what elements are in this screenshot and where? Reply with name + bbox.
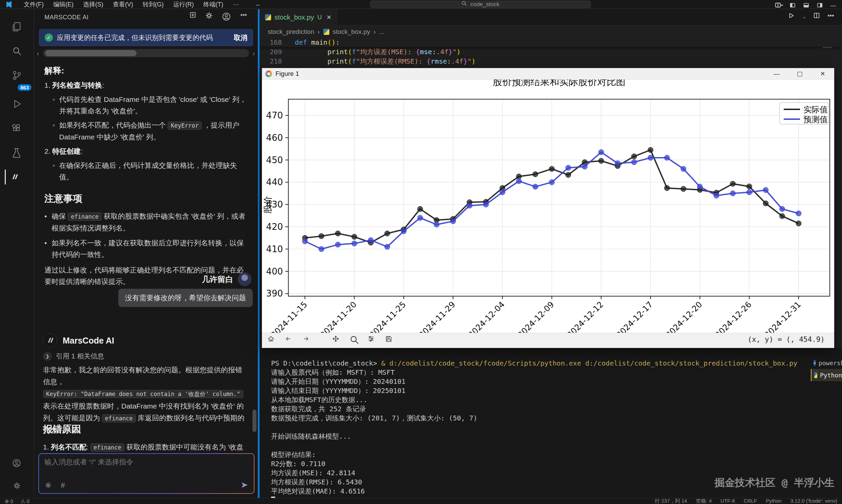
inline-code-chip: KeyError: "DataFrame does not contain a … (43, 390, 243, 398)
subplots-icon[interactable] (368, 336, 376, 346)
status-item[interactable]: 行 237，列 14 (655, 498, 687, 504)
terminal-tab-powersh[interactable]: >powersh (811, 357, 842, 369)
testing-icon[interactable] (10, 145, 24, 160)
search-icon (462, 1, 468, 8)
status-item[interactable]: Python (766, 498, 782, 504)
horizontal-scrollbar[interactable] (43, 49, 249, 57)
figure-close-button[interactable]: ✕ (811, 68, 834, 79)
status-item[interactable]: CRLF (744, 498, 757, 504)
svg-text:460: 460 (266, 133, 283, 143)
figure-minimize-button[interactable]: — (765, 68, 788, 79)
explorer-icon[interactable] (10, 19, 24, 34)
panel-more-icon[interactable] (241, 12, 247, 23)
menu-item[interactable]: 编辑(E) (49, 0, 78, 8)
breadcrumb-sep-icon: › (374, 28, 376, 36)
context-hash-icon[interactable]: # (61, 481, 65, 490)
terminal-line: 从本地加载MSFT的历史数据... (271, 395, 797, 404)
menu-item[interactable]: 运行(R) (169, 0, 198, 8)
back-icon[interactable] (285, 336, 294, 346)
status-item[interactable]: 3.12.0 ('fcode': venv) (790, 498, 837, 504)
chat-input-box: ※ # (38, 453, 255, 494)
status-item[interactable]: UTF-8 (720, 498, 735, 504)
home-icon[interactable] (267, 336, 276, 346)
code-area[interactable]: 168def main():209 print(f"均方误差(MSE): {ms… (260, 38, 842, 66)
send-icon[interactable] (241, 482, 248, 490)
cancel-button[interactable]: 取消 (234, 33, 247, 42)
figure-title-bar[interactable]: Figure 1 (262, 68, 834, 79)
user-row: 几许留白 (202, 272, 252, 286)
code-line[interactable]: 209 print(f"均方误差(MSE): {mse:.4f}") (260, 47, 842, 56)
sub-bullet: ◦代码首先检查 DataFrame 中是否包含 'close' 或 'Close… (53, 94, 248, 117)
zoom-icon[interactable] (350, 336, 359, 346)
sub-bullet: ◦在确保列名正确后，代码计算成交量价格比，并处理缺失值。 (53, 160, 248, 183)
svg-text:390: 390 (266, 288, 283, 299)
profile-icon[interactable] (222, 12, 232, 23)
run-python-icon[interactable] (788, 13, 795, 21)
minimize-window-icon[interactable]: — (830, 3, 836, 9)
editor-more-icon[interactable] (828, 13, 835, 21)
new-chat-icon[interactable] (190, 12, 196, 23)
terminal-tab-python[interactable]: Python (811, 369, 842, 381)
command-icon[interactable]: ※ (45, 481, 51, 490)
terminal-line (271, 441, 797, 450)
breadcrumb[interactable]: stock_prediction › stock_box.py › ... (268, 28, 384, 36)
figure-maximize-button[interactable]: ▢ (788, 68, 811, 79)
breadcrumb-folder[interactable]: stock_prediction (268, 28, 314, 36)
menu-item[interactable]: ··· (229, 1, 243, 8)
bullet-item: •如果列名不一致，建议在获取数据后立即进行列名转换，以保持代码的一致性。 (45, 237, 248, 260)
error-heading: 报错原因 (43, 423, 81, 436)
forward-icon[interactable] (303, 336, 311, 346)
menu-item[interactable]: 查看(V) (109, 0, 137, 8)
user-avatar (238, 272, 252, 286)
breadcrumb-more[interactable]: ... (379, 28, 384, 36)
run-debug-icon[interactable] (10, 96, 24, 111)
breadcrumb-file[interactable]: stock_box.py (333, 28, 370, 36)
source-control-icon[interactable] (10, 68, 24, 83)
toggle-panel-icon[interactable] (803, 2, 810, 10)
nav-back-icon[interactable]: ← (255, 1, 261, 8)
toggle-sidebar-icon[interactable] (790, 2, 796, 10)
toggle-secondary-sidebar-icon[interactable] (817, 2, 824, 10)
status-bar[interactable]: ⊗ 0⚠ 0 行 237，列 14空格: 4UTF-8CRLFPython3.1… (0, 498, 842, 504)
reference-row[interactable]: ❯ 引用 1 相关信息 (43, 352, 104, 361)
chat-input[interactable] (45, 457, 244, 476)
status-item[interactable]: ⊗ 0 (5, 498, 13, 504)
settings-gear-icon[interactable] (10, 478, 24, 493)
tab-stock-box[interactable]: stock_box.py U ✕ (260, 9, 337, 25)
code-line[interactable]: 210 print(f"均方根误差(RMSE): {rmse:.4f}") (260, 56, 842, 66)
svg-text:2024-11-20: 2024-11-20 (319, 300, 359, 333)
extensions-icon[interactable] (10, 121, 24, 136)
sidebar-scrollbar[interactable] (253, 410, 257, 432)
search-sidebar-icon[interactable] (10, 44, 24, 58)
figure-window-title: Figure 1 (275, 70, 299, 77)
pan-icon[interactable] (332, 336, 341, 346)
tab-close-icon[interactable]: ✕ (327, 14, 331, 21)
terminal-tab-list: >powershPython (811, 357, 842, 381)
scroll-left-icon[interactable]: ‹ (37, 50, 39, 57)
terminal-panel[interactable]: PS D:\codelist\code_stock> & d:/codelist… (260, 348, 842, 498)
notification-text: 应用变更的任务已完成，但未识别到需要变更的代码 (57, 33, 213, 42)
run-dropdown-icon[interactable]: ⌄ (802, 14, 806, 19)
bullet-item: •确保 efinance 获取的股票数据中确实包含 '收盘价' 列，或者根据实际… (45, 211, 248, 234)
split-editor-icon[interactable] (813, 13, 820, 21)
command-center-search[interactable]: code_stock (370, 1, 591, 8)
save-icon[interactable] (385, 336, 394, 346)
account-icon[interactable] (10, 456, 24, 471)
svg-text:2024-12-17: 2024-12-17 (615, 300, 655, 333)
status-item[interactable]: 空格: 4 (696, 498, 712, 504)
section-heading: 解释: (45, 65, 248, 76)
marscode-ai-icon[interactable] (5, 169, 20, 184)
menu-item[interactable]: 转到(G) (139, 0, 168, 8)
menu-item[interactable]: 文件(F) (20, 0, 48, 8)
cursor-coords-readout: (x, y) = (, 454.9) (748, 336, 825, 344)
status-item[interactable]: ⚠ 0 (21, 498, 30, 504)
code-line[interactable]: 168def main(): (260, 38, 842, 47)
svg-text:实际值: 实际值 (803, 105, 828, 114)
panel-gear-icon[interactable] (205, 12, 213, 23)
figure-window[interactable]: Figure 1 — ▢ ✕ 3904004104204304404504604… (262, 68, 834, 348)
assistant-name: MarsCode AI (63, 336, 114, 346)
figure-canvas[interactable]: 3904004104204304404504604702024-11-15202… (262, 79, 834, 333)
menu-item[interactable]: 终端(T) (199, 0, 227, 8)
menu-item[interactable]: 选择(S) (79, 0, 107, 8)
scroll-right-icon[interactable]: › (253, 50, 255, 57)
